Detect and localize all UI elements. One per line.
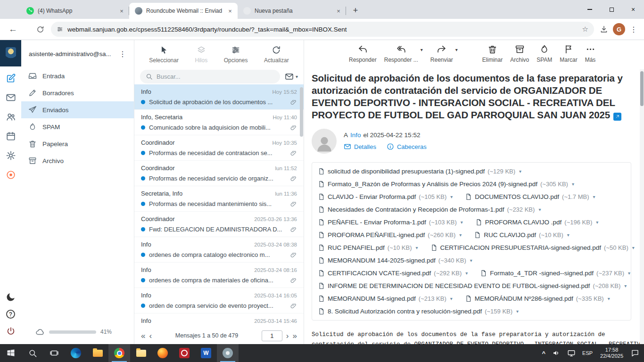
attachment-name-link[interactable]: 8. Solicitud Autorización contra y resol… [328, 308, 482, 315]
message-row[interactable]: Info, SecretariaHoy 11:40 Comunicado sob… [134, 110, 304, 135]
attachment-menu-caret[interactable]: ▾ [450, 296, 453, 301]
pinned-app-button[interactable] [217, 344, 239, 362]
cpanel-icon[interactable] [6, 170, 16, 180]
attachment-name-link[interactable]: INFORME DE DETERMINACION DE NECESIDAD EV… [328, 282, 590, 289]
archive-button[interactable]: Archivo [510, 44, 529, 63]
message-row[interactable]: Coordinadorlun 11:52 Proformas de necesi… [134, 161, 304, 186]
reply-all-button[interactable]: Responder ... [384, 44, 418, 63]
sidebar-item-sent[interactable]: Enviados [21, 101, 134, 118]
next-page-button[interactable]: › [286, 332, 289, 340]
delete-button[interactable]: Eliminar [482, 44, 503, 63]
attachment-item[interactable]: RUC PENAFIEL.pdf(~10 KB)▾ [318, 244, 418, 251]
maximize-button[interactable] [601, 0, 622, 19]
forward-button[interactable]: Reenviar [430, 44, 453, 63]
attachment-name-link[interactable]: PEÑAFIEL - Enviar Proforma-1.pdf [328, 219, 426, 226]
attachment-menu-caret[interactable]: ▾ [624, 283, 627, 288]
attachment-menu-caret[interactable]: ▾ [450, 194, 453, 199]
attachment-name-link[interactable]: MEMORÁNDUM Nº286-signed.pdf [475, 295, 573, 302]
attachment-menu-caret[interactable]: ▾ [608, 296, 610, 301]
attachment-name-link[interactable]: CERTIFICACION PRESUPUESTARIA-signed-sign… [440, 244, 602, 251]
search-scope-button[interactable]: ▾ [285, 72, 298, 81]
attachment-menu-caret[interactable]: ▾ [459, 232, 462, 238]
attachment-menu-caret[interactable]: ▾ [415, 245, 418, 250]
open-in-new-window-icon[interactable] [613, 113, 621, 121]
search-input[interactable] [157, 73, 274, 80]
attachment-item[interactable]: solicitud de disponibilidad presupuestar… [318, 168, 521, 175]
contacts-icon[interactable] [6, 112, 16, 122]
address-bar[interactable]: webmail.sanjuan.gob.ec/cpsess5112258460/… [51, 22, 594, 37]
attachment-menu-caret[interactable]: ▾ [628, 271, 630, 276]
account-menu-kebab[interactable]: ⋮ [117, 49, 128, 58]
chrome-taskbar-button[interactable] [108, 344, 130, 362]
tab-whatsapp[interactable]: (4) WhatsApp × [21, 3, 129, 19]
list-scrollbar[interactable] [300, 87, 303, 137]
attachment-name-link[interactable]: RUC PENAFIEL.pdf [328, 244, 385, 251]
attachment-item[interactable]: INFORME DE DETERMINACION DE NECESIDAD EV… [318, 282, 627, 289]
attachment-name-link[interactable]: solicitud de disponibilidad presupuestar… [328, 168, 485, 175]
select-button[interactable]: Seleccionar [149, 45, 179, 64]
file-explorer-button[interactable] [87, 344, 108, 362]
downloads-button[interactable] [600, 25, 608, 33]
headers-link[interactable]: Cabeceras [397, 143, 427, 150]
attachment-item[interactable]: MEMORANDUM 144-2025-signed.pdf(~340 KB)▾ [318, 257, 472, 264]
reader-scrollbar-track[interactable] [640, 69, 644, 344]
attachment-item[interactable]: PROFORMA CLAVIJO .pdf(~196 KB)▾ [475, 219, 598, 226]
tab-close-icon[interactable]: × [335, 7, 342, 15]
attachment-name-link[interactable]: DOCUMENTOS CLAVIJO.pdf [475, 193, 559, 200]
first-page-button[interactable]: « [141, 332, 145, 340]
attachment-item[interactable]: MEMORANDUM 54-signed.pdf(~213 KB)▾ [318, 295, 453, 302]
attachment-item[interactable]: Formato_4_TDR -signed--signed.pdf(~237 K… [480, 270, 630, 277]
threads-button[interactable]: Hilos [195, 45, 208, 64]
attachment-name-link[interactable]: PROFORMA CLAVIJO .pdf [485, 219, 562, 226]
attachment-item[interactable]: DOCUMENTOS CLAVIJO.pdf(~1.7 MB)▾ [465, 193, 595, 200]
attachment-item[interactable]: PROFORMA PEÑAFIEL-igned.pdf(~260 KB)▾ [318, 231, 462, 239]
search-box[interactable] [140, 70, 280, 83]
attachment-menu-caret[interactable]: ▾ [465, 271, 468, 276]
attachment-menu-caret[interactable]: ▾ [470, 258, 472, 263]
attachment-item[interactable]: CERTIFICACION VCATE-signed.pdf(~292 KB)▾ [318, 270, 468, 277]
attachment-item[interactable]: PEÑAFIEL - Enviar Proforma-1.pdf(~103 KB… [318, 219, 463, 226]
last-page-button[interactable]: » [293, 332, 297, 340]
attachment-name-link[interactable]: Necesidades de Contratación y Recepción … [328, 206, 504, 213]
mark-button[interactable]: Marcar [560, 44, 577, 63]
sidebar-item-inbox[interactable]: Entrada [21, 67, 134, 84]
attachment-item[interactable]: Formato_8_Razón de Proformas y Análisis … [318, 181, 574, 188]
attachment-item[interactable]: CLAVIJO - Enviar Proforma.pdf(~105 KB)▾ [318, 193, 453, 200]
attachment-menu-caret[interactable]: ▾ [519, 169, 521, 174]
action-center-icon[interactable] [627, 344, 644, 362]
attachment-menu-caret[interactable]: ▾ [593, 194, 595, 199]
attachment-name-link[interactable]: PROFORMA PEÑAFIEL-igned.pdf [328, 231, 425, 239]
network-icon[interactable] [564, 344, 579, 362]
attachment-menu-caret[interactable]: ▾ [538, 207, 541, 212]
volume-icon[interactable] [549, 344, 564, 362]
tab-new-page[interactable]: Nueva pestaña × [238, 3, 346, 19]
attachment-name-link[interactable]: CERTIFICACION VCATE-signed.pdf [328, 270, 431, 277]
reload-button[interactable] [36, 25, 44, 33]
task-view-button[interactable] [43, 344, 65, 362]
tab-close-icon[interactable]: × [226, 7, 234, 15]
attachment-item[interactable]: MEMORÁNDUM Nº286-signed.pdf(~335 KB)▾ [465, 295, 610, 302]
message-row[interactable]: Coordinador2025-03-26 13:36 Fwd: DELEGAC… [134, 212, 304, 237]
refresh-button[interactable]: Actualizar [264, 45, 289, 64]
browser-menu-button[interactable]: ⋮ [630, 25, 637, 34]
attachment-name-link[interactable]: CLAVIJO - Enviar Proforma.pdf [328, 193, 416, 200]
taskbar-clock[interactable]: 17:58 22/4/2025 [596, 344, 627, 362]
spam-button[interactable]: SPAM [537, 44, 552, 63]
tab-close-icon[interactable]: × [118, 7, 125, 15]
attachment-menu-caret[interactable]: ▾ [461, 220, 463, 225]
reader-scrollbar-thumb[interactable] [640, 71, 644, 106]
sidebar-item-archive[interactable]: Archivo [21, 152, 134, 169]
attachment-item[interactable]: RUC CLAVIJO.pdf(~10 KB)▾ [474, 231, 570, 239]
attachment-menu-caret[interactable]: ▾ [567, 232, 570, 238]
attachment-menu-caret[interactable]: ▾ [572, 181, 574, 187]
attachment-menu-caret[interactable]: ▾ [596, 220, 598, 225]
reply-all-menu-caret[interactable]: ▾ [421, 47, 423, 52]
message-row[interactable]: Info2025-03-14 15:46 [134, 313, 304, 327]
compose-icon[interactable] [6, 73, 16, 83]
start-button[interactable] [0, 344, 22, 362]
folder-shortcut-button[interactable] [130, 344, 152, 362]
site-settings-icon[interactable] [57, 26, 63, 33]
minimize-button[interactable] [579, 0, 601, 19]
message-row[interactable]: InfoHoy 15:52 Solicitud de aprobación de… [134, 84, 304, 110]
options-button[interactable]: Opciones [224, 45, 248, 64]
